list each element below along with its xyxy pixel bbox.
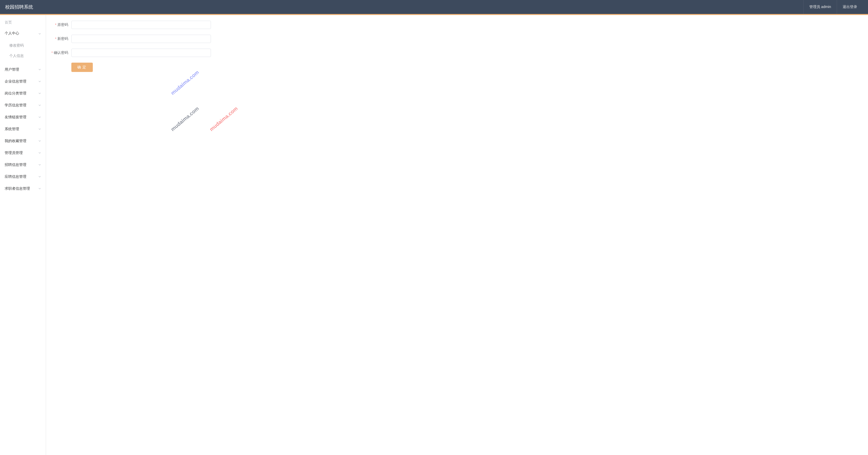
- sidebar-item-label: 招聘信息管理: [5, 163, 26, 167]
- required-star-icon: *: [55, 37, 56, 40]
- logout-button[interactable]: 退出登录: [837, 0, 863, 14]
- main-content: *原密码 *新密码 *确认密码 确定 mudaima.com mudaima.c…: [46, 15, 868, 455]
- sidebar-item-company-info[interactable]: 企业信息管理: [0, 76, 46, 87]
- chevron-down-icon: [38, 92, 41, 95]
- watermark: mudaima.com: [208, 105, 239, 132]
- sidebar-item-home[interactable]: 首页: [0, 17, 46, 27]
- chevron-down-icon: [38, 140, 41, 143]
- sidebar-item-label: 应聘信息管理: [5, 174, 26, 179]
- confirm-password-label: *确认密码: [51, 51, 71, 55]
- sidebar-item-label: 岗位分类管理: [5, 91, 26, 96]
- sidebar-item-user-management[interactable]: 用户管理: [0, 64, 46, 76]
- chevron-down-icon: [38, 80, 41, 83]
- submit-button[interactable]: 确定: [71, 63, 93, 72]
- new-password-label: *新密码: [51, 36, 71, 41]
- sidebar-item-label: 企业信息管理: [5, 79, 26, 84]
- old-password-label: *原密码: [51, 23, 71, 27]
- old-password-input[interactable]: [71, 21, 211, 29]
- chevron-down-icon: [38, 116, 41, 119]
- app-title: 校园招聘系统: [5, 4, 33, 10]
- sidebar-item-label: 我的收藏管理: [5, 139, 26, 143]
- top-header: 校园招聘系统 管理员 admin 退出登录: [0, 0, 868, 14]
- chevron-down-icon: [38, 175, 41, 178]
- sidebar-item-label: 友情链接管理: [5, 115, 26, 120]
- sidebar-item-label: 首页: [5, 20, 12, 25]
- user-info[interactable]: 管理员 admin: [803, 0, 837, 14]
- chevron-down-icon: [38, 151, 41, 155]
- header-right: 管理员 admin 退出登录: [803, 0, 863, 14]
- sidebar-item-jobseeker[interactable]: 求职者信息管理: [0, 183, 46, 195]
- chevron-down-icon: [38, 163, 41, 167]
- sidebar-item-application[interactable]: 应聘信息管理: [0, 171, 46, 183]
- sidebar-item-label: 管理员管理: [5, 151, 23, 155]
- watermark: mudaima.com: [169, 105, 200, 132]
- chevron-down-icon: [38, 127, 41, 131]
- sidebar: 首页 个人中心 修改密码 个人信息 用户管理 企业信息管理: [0, 15, 46, 455]
- sidebar-item-friend-links[interactable]: 友情链接管理: [0, 111, 46, 123]
- submenu-item-personal-info[interactable]: 个人信息: [0, 51, 46, 61]
- sidebar-item-label: 个人中心: [5, 31, 19, 36]
- sidebar-item-favorites[interactable]: 我的收藏管理: [0, 135, 46, 147]
- submenu-personal-center: 修改密码 个人信息: [0, 39, 46, 64]
- chevron-down-icon: [38, 68, 41, 72]
- new-password-input[interactable]: [71, 35, 211, 43]
- sidebar-item-label: 用户管理: [5, 67, 19, 72]
- required-star-icon: *: [52, 51, 53, 55]
- sidebar-item-job-category[interactable]: 岗位分类管理: [0, 87, 46, 99]
- chevron-down-icon: [38, 104, 41, 107]
- sidebar-item-personal-center[interactable]: 个人中心: [0, 27, 46, 39]
- chevron-down-icon: [38, 187, 41, 191]
- watermark: mudaima.com: [169, 69, 200, 96]
- sidebar-item-label: 学历信息管理: [5, 103, 26, 108]
- sidebar-item-admin-management[interactable]: 管理员管理: [0, 147, 46, 159]
- sidebar-item-label: 求职者信息管理: [5, 186, 30, 191]
- sidebar-item-recruitment[interactable]: 招聘信息管理: [0, 159, 46, 171]
- sidebar-item-system[interactable]: 系统管理: [0, 123, 46, 135]
- confirm-password-input[interactable]: [71, 49, 211, 57]
- sidebar-item-label: 系统管理: [5, 127, 19, 132]
- required-star-icon: *: [55, 23, 56, 27]
- submenu-item-change-password[interactable]: 修改密码: [0, 40, 46, 51]
- chevron-up-icon: [38, 32, 41, 35]
- sidebar-item-education[interactable]: 学历信息管理: [0, 99, 46, 111]
